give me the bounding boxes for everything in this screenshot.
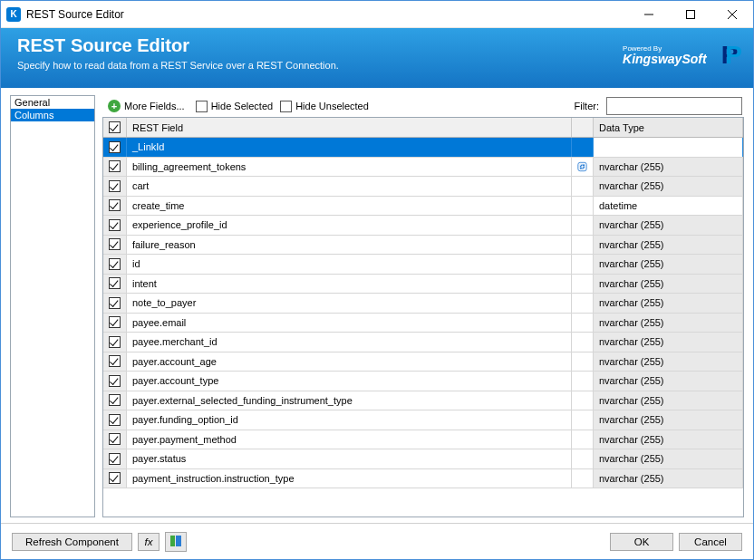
header-checkbox[interactable]: [103, 118, 127, 137]
refresh-component-button[interactable]: Refresh Component: [12, 533, 132, 551]
minimize-button[interactable]: [628, 1, 670, 27]
cancel-button[interactable]: Cancel: [679, 533, 742, 551]
row-type[interactable]: nvarchar (255): [594, 372, 743, 391]
row-type[interactable]: int: [594, 138, 743, 157]
ok-button[interactable]: OK: [610, 533, 673, 551]
table-row[interactable]: payer.payment_methodnvarchar (255): [103, 430, 743, 450]
row-type[interactable]: nvarchar (255): [594, 469, 743, 488]
row-checkbox[interactable]: [103, 294, 127, 313]
table-row[interactable]: payer.external_selected_funding_instrume…: [103, 391, 743, 411]
brand-logos: Powered By KingswaySoft PP: [623, 41, 737, 70]
row-type[interactable]: nvarchar (255): [594, 216, 743, 235]
table-row[interactable]: create_timedatetime: [103, 197, 743, 217]
row-checkbox[interactable]: [103, 138, 127, 157]
sidebar-item-columns[interactable]: Columns: [11, 109, 94, 121]
table-row[interactable]: note_to_payernvarchar (255): [103, 294, 743, 314]
row-type[interactable]: nvarchar (255): [594, 449, 743, 468]
row-field[interactable]: note_to_payer: [127, 294, 572, 313]
header-field[interactable]: REST Field: [127, 118, 572, 137]
row-type[interactable]: nvarchar (255): [594, 333, 743, 352]
row-checkbox[interactable]: [103, 255, 127, 274]
toolbar: + More Fields... Hide Selected Hide Unse…: [102, 95, 744, 117]
row-field[interactable]: payment_instruction.instruction_type: [127, 469, 572, 488]
table-row[interactable]: payer.account_agenvarchar (255): [103, 352, 743, 372]
close-button[interactable]: [711, 1, 753, 27]
row-field[interactable]: failure_reason: [127, 236, 572, 255]
row-checkbox[interactable]: [103, 158, 127, 177]
row-field[interactable]: id: [127, 255, 572, 274]
row-checkbox[interactable]: [103, 430, 127, 449]
row-type[interactable]: nvarchar (255): [594, 275, 743, 294]
row-checkbox[interactable]: [103, 177, 127, 196]
row-checkbox[interactable]: [103, 449, 127, 468]
row-type[interactable]: nvarchar (255): [594, 352, 743, 372]
row-field[interactable]: payer.funding_option_id: [127, 410, 572, 430]
row-checkbox[interactable]: [103, 391, 127, 410]
row-field[interactable]: billing_agreement_tokens: [127, 158, 572, 177]
expression-button[interactable]: fx: [138, 533, 160, 551]
table-row[interactable]: _LinkIdint: [103, 138, 743, 158]
row-type[interactable]: nvarchar (255): [594, 314, 743, 333]
link-icon: [577, 160, 587, 173]
table-row[interactable]: payer.funding_option_idnvarchar (255): [103, 410, 743, 430]
main: + More Fields... Hide Selected Hide Unse…: [102, 95, 744, 517]
row-type[interactable]: nvarchar (255): [594, 294, 743, 313]
filter-input[interactable]: [606, 97, 742, 115]
row-checkbox[interactable]: [103, 236, 127, 255]
columns-tool-button[interactable]: [165, 532, 187, 552]
table-row[interactable]: experience_profile_idnvarchar (255): [103, 216, 743, 236]
row-field[interactable]: payer.payment_method: [127, 430, 572, 449]
row-field[interactable]: payee.merchant_id: [127, 333, 572, 352]
row-checkbox[interactable]: [103, 469, 127, 488]
row-checkbox[interactable]: [103, 314, 127, 333]
checkbox-icon: [196, 101, 208, 112]
maximize-button[interactable]: [670, 1, 711, 27]
table-row[interactable]: failure_reasonnvarchar (255): [103, 236, 743, 256]
table-row[interactable]: cartnvarchar (255): [103, 177, 743, 197]
body: General Columns + More Fields... Hide Se…: [1, 88, 753, 523]
row-field[interactable]: experience_profile_id: [127, 216, 572, 235]
table-row[interactable]: payee.merchant_idnvarchar (255): [103, 333, 743, 352]
row-type[interactable]: nvarchar (255): [594, 410, 743, 430]
row-checkbox[interactable]: [103, 275, 127, 294]
grid-body[interactable]: _LinkIdintbilling_agreement_tokensnvarch…: [103, 138, 743, 517]
row-type[interactable]: nvarchar (255): [594, 158, 743, 177]
row-field[interactable]: create_time: [127, 197, 572, 216]
row-icon: [572, 275, 594, 294]
row-field[interactable]: cart: [127, 177, 572, 196]
row-type[interactable]: nvarchar (255): [594, 391, 743, 410]
table-row[interactable]: payer.account_typenvarchar (255): [103, 372, 743, 391]
more-fields-button[interactable]: + More Fields...: [104, 98, 188, 114]
row-type[interactable]: nvarchar (255): [594, 177, 743, 196]
table-row[interactable]: intentnvarchar (255): [103, 275, 743, 294]
table-row[interactable]: payment_instruction.instruction_typenvar…: [103, 469, 743, 489]
row-icon: [572, 391, 594, 410]
row-field[interactable]: payer.account_age: [127, 352, 572, 372]
header-type[interactable]: Data Type: [594, 118, 743, 137]
row-type[interactable]: nvarchar (255): [594, 255, 743, 274]
row-checkbox[interactable]: [103, 216, 127, 235]
row-checkbox[interactable]: [103, 352, 127, 372]
row-type[interactable]: nvarchar (255): [594, 236, 743, 255]
row-icon: [572, 158, 594, 177]
row-type[interactable]: datetime: [594, 197, 743, 216]
row-field[interactable]: payer.account_type: [127, 372, 572, 391]
row-field[interactable]: payee.email: [127, 314, 572, 333]
table-row[interactable]: payee.emailnvarchar (255): [103, 314, 743, 333]
table-row[interactable]: billing_agreement_tokensnvarchar (255): [103, 158, 743, 178]
row-field[interactable]: payer.external_selected_funding_instrume…: [127, 391, 572, 410]
row-field[interactable]: intent: [127, 275, 572, 294]
hide-unselected-checkbox[interactable]: Hide Unselected: [280, 101, 369, 112]
row-field[interactable]: payer.status: [127, 449, 572, 468]
row-type[interactable]: nvarchar (255): [594, 430, 743, 449]
row-checkbox[interactable]: [103, 333, 127, 352]
row-checkbox[interactable]: [103, 372, 127, 391]
header-icon-col: [572, 118, 594, 137]
sidebar-item-general[interactable]: General: [11, 96, 94, 109]
row-checkbox[interactable]: [103, 197, 127, 216]
table-row[interactable]: payer.statusnvarchar (255): [103, 449, 743, 469]
table-row[interactable]: idnvarchar (255): [103, 255, 743, 275]
row-field[interactable]: _LinkId: [127, 138, 572, 157]
hide-selected-checkbox[interactable]: Hide Selected: [196, 101, 274, 112]
row-checkbox[interactable]: [103, 410, 127, 430]
